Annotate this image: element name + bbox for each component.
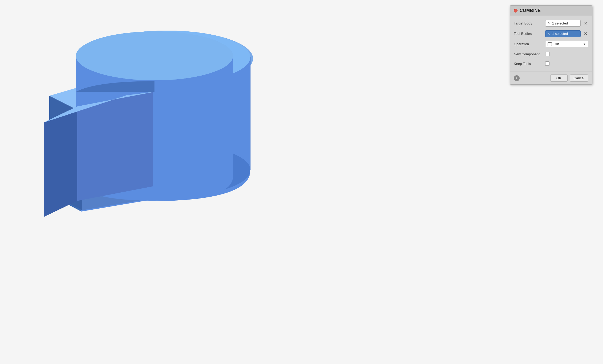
panel-footer: i OK Cancel: [510, 72, 592, 84]
tool-cursor-icon: ↖: [548, 32, 551, 36]
ok-button[interactable]: OK: [550, 75, 568, 82]
new-component-checkbox[interactable]: [545, 52, 549, 56]
panel-title: COMBINE: [520, 8, 541, 13]
operation-dropdown[interactable]: Cut ▼: [545, 41, 588, 47]
keep-tools-checkbox[interactable]: [545, 61, 549, 66]
cut-icon: [548, 42, 552, 46]
operation-label: Operation: [514, 42, 543, 46]
info-button[interactable]: i: [514, 75, 520, 81]
panel-body: Target Body ↖ 1 selected ✕ Tool Bodies ↖…: [510, 16, 592, 71]
svg-point-12: [76, 31, 233, 80]
tool-bodies-label: Tool Bodies: [514, 32, 543, 36]
operation-left: Cut: [548, 42, 559, 46]
target-body-selector[interactable]: ↖ 1 selected: [545, 20, 581, 27]
target-body-value: 1 selected: [552, 21, 568, 25]
cursor-icon: ↖: [548, 21, 551, 25]
tool-bodies-clear-button[interactable]: ✕: [583, 31, 588, 37]
new-component-label: New Component: [514, 52, 543, 56]
keep-tools-row: Keep Tools: [510, 59, 592, 68]
panel-close-button[interactable]: [514, 9, 518, 13]
combine-panel: COMBINE Target Body ↖ 1 selected ✕ Tool …: [510, 5, 592, 85]
new-component-row: New Component: [510, 49, 592, 59]
operation-value: Cut: [553, 42, 559, 46]
target-body-row: Target Body ↖ 1 selected ✕: [510, 18, 592, 28]
dropdown-arrow-icon: ▼: [583, 43, 586, 46]
keep-tools-label: Keep Tools: [514, 62, 543, 66]
tool-bodies-selector[interactable]: ↖ 1 selected: [545, 30, 581, 37]
target-body-clear-button[interactable]: ✕: [583, 20, 588, 26]
operation-row: Operation Cut ▼: [510, 39, 592, 49]
cancel-button[interactable]: Cancel: [570, 75, 588, 82]
tool-bodies-value: 1 selected: [552, 32, 568, 36]
tool-bodies-row: Tool Bodies ↖ 1 selected ✕: [510, 28, 592, 39]
footer-buttons: OK Cancel: [550, 75, 588, 82]
panel-header: COMBINE: [510, 6, 592, 16]
target-body-label: Target Body: [514, 21, 543, 25]
